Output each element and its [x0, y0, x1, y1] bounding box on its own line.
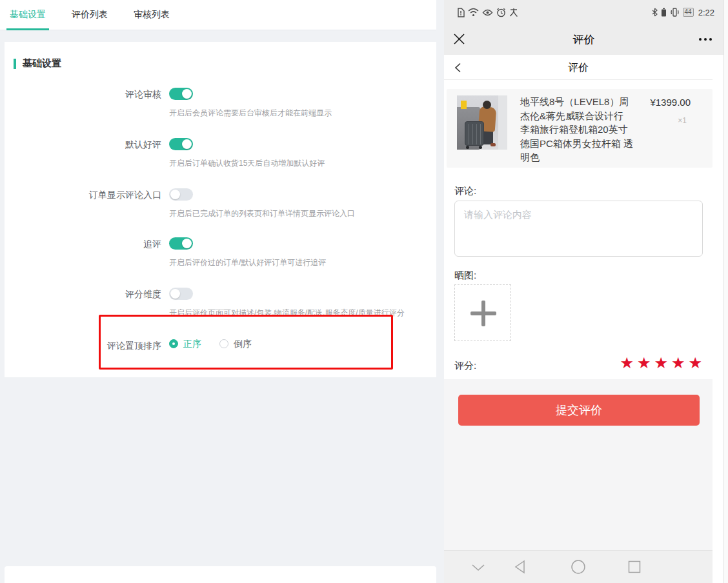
phone-preview: 44 2:22 评价 评价 地平线8号（LEVEL8）周 杰伦&蒋先威联合设计行… — [444, 0, 723, 583]
tab-basic-settings[interactable]: 基础设置 — [6, 0, 49, 30]
upload-photo-button[interactable] — [454, 284, 511, 341]
setting-label: 默认好评 — [5, 138, 161, 151]
setting-row-follow-up-review: 追评 开启后评价过的订单/默认好评订单可进行追评 — [5, 237, 436, 276]
comment-audit-toggle[interactable] — [169, 88, 193, 100]
battery-percent-badge: 44 — [683, 8, 694, 17]
setting-label: 评论审核 — [5, 88, 161, 101]
order-comment-entry-toggle[interactable] — [169, 188, 193, 201]
setting-description: 开启后评价页面可对描述/包装,物流服务/配送,服务态度/质量进行评分 — [169, 308, 405, 319]
toggle-knob — [182, 139, 192, 149]
comment-label: 评论: — [454, 185, 476, 197]
tab-review-list[interactable]: 评价列表 — [68, 0, 111, 30]
toggle-knob — [170, 190, 180, 199]
radio-descending[interactable]: 倒序 — [219, 339, 252, 348]
battery-full-icon — [661, 8, 667, 17]
wifi-icon — [468, 8, 479, 17]
setting-row-comment-audit: 评论审核 开启后会员评论需要后台审核后才能在前端显示 — [5, 88, 436, 126]
tab-label: 基础设置 — [10, 9, 46, 21]
page-scrollbar[interactable] — [723, 0, 728, 583]
hide-nav-chevron-icon[interactable] — [471, 564, 485, 571]
radio-label: 正序 — [183, 339, 201, 348]
setting-label: 追评 — [5, 237, 161, 250]
product-quantity: ×1 — [678, 116, 687, 125]
wechat-page-title: 评价 — [444, 25, 723, 55]
toggle-knob — [182, 239, 192, 248]
android-home-icon[interactable] — [571, 559, 586, 575]
default-good-review-toggle[interactable] — [169, 138, 193, 150]
setting-row-default-good-review: 默认好评 开启后订单确认收货15天后自动增加默认好评 — [5, 138, 436, 177]
setting-row-order-comment-entry: 订单显示评论入口 开启后已完成订单的列表页和订单详情页显示评论入口 — [5, 188, 436, 227]
setting-description: 开启后会员评论需要后台审核后才能在前端显示 — [169, 108, 332, 119]
radio-ascending[interactable]: 正序 — [169, 339, 201, 348]
product-image — [457, 95, 507, 150]
status-icons-right: 44 2:22 — [652, 8, 714, 17]
bottom-card-strip — [5, 566, 436, 583]
vibrate-icon — [670, 8, 680, 17]
more-menu-icon[interactable] — [699, 38, 712, 41]
android-nav-bar — [444, 550, 713, 583]
phone-status-bar: 44 2:22 — [444, 0, 723, 25]
photos-label: 晒图: — [454, 270, 476, 282]
bluetooth-icon — [652, 8, 658, 17]
submit-section: 提交评价 — [444, 379, 713, 550]
eye-icon — [482, 8, 493, 17]
rating-dimension-toggle[interactable] — [169, 288, 193, 300]
status-icons-left — [457, 8, 518, 17]
android-recents-icon[interactable] — [627, 559, 642, 575]
plus-icon — [481, 301, 485, 326]
setting-description: 开启后已完成订单的列表页和订单详情页显示评论入口 — [169, 208, 355, 219]
star-rating[interactable]: ★★★★★ — [620, 354, 705, 372]
section-header: 基础设置 — [14, 57, 61, 70]
comment-input[interactable] — [454, 201, 703, 257]
app-page-title: 评价 — [444, 55, 713, 80]
tab-audit-list[interactable]: 审核列表 — [130, 0, 173, 30]
alarm-clock-icon — [496, 8, 506, 17]
setting-row-rating-dimension: 评分维度 开启后评价页面可对描述/包装,物流服务/配送,服务态度/质量进行评分 — [5, 288, 436, 326]
status-time: 2:22 — [698, 8, 714, 17]
radio-label: 倒序 — [234, 339, 252, 348]
radio-dot — [219, 339, 228, 348]
setting-description: 开启后评价过的订单/默认好评订单可进行追评 — [169, 257, 326, 268]
android-back-icon[interactable] — [512, 559, 527, 575]
steps-mode-icon — [509, 8, 518, 17]
product-title: 地平线8号（LEVEL8）周 杰伦&蒋先威联合设计行 李箱旅行箱登机箱20英寸 … — [520, 95, 649, 164]
rating-label: 评分: — [454, 360, 476, 372]
tab-label: 审核列表 — [134, 9, 170, 21]
setting-row-pinned-sort: 评论置顶排序 正序 倒序 — [5, 339, 436, 378]
product-price: ¥1399.00 — [650, 97, 691, 108]
product-card[interactable]: 地平线8号（LEVEL8）周 杰伦&蒋先威联合设计行 李箱旅行箱登机箱20英寸 … — [447, 89, 713, 168]
toggle-knob — [182, 89, 192, 99]
section-title: 基础设置 — [23, 57, 61, 70]
submit-review-button[interactable]: 提交评价 — [458, 395, 700, 426]
section-accent-bar — [14, 59, 16, 69]
app-navbar: 评价 — [444, 55, 713, 80]
toggle-knob — [170, 289, 180, 299]
basic-settings-card: 基础设置 评论审核 开启后会员评论需要后台审核后才能在前端显示 默认好评 开启后… — [5, 42, 436, 377]
setting-label: 订单显示评论入口 — [5, 188, 161, 201]
radio-dot — [169, 339, 178, 348]
wechat-header: 评价 — [444, 25, 723, 55]
follow-up-review-toggle[interactable] — [169, 237, 193, 250]
setting-description: 开启后订单确认收货15天后自动增加默认好评 — [169, 158, 325, 169]
settings-tabbar: 基础设置 评价列表 审核列表 — [0, 0, 436, 30]
setting-label: 评分维度 — [5, 288, 161, 301]
tab-label: 评价列表 — [72, 9, 108, 21]
setting-label: 评论置顶排序 — [5, 339, 161, 352]
sim-alert-icon — [457, 8, 465, 17]
pinned-sort-radio-group: 正序 倒序 — [169, 339, 270, 348]
